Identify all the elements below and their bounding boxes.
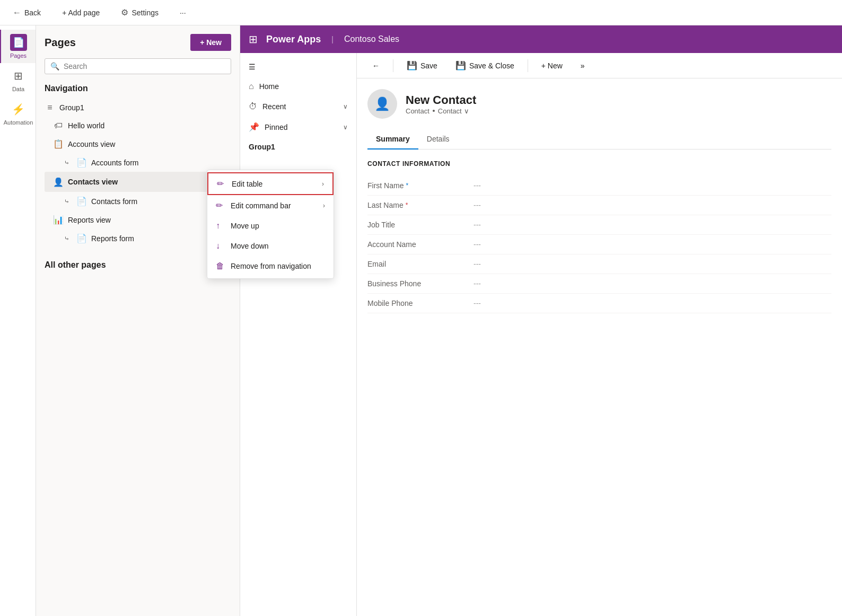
business-phone-value[interactable]: --- bbox=[473, 279, 481, 288]
pa-nav-home[interactable]: ⌂ Home bbox=[240, 76, 356, 96]
icon-sidebar: 📄 Pages ⊞ Data ⚡ Automation bbox=[0, 25, 36, 616]
field-last-name: Last Name * --- bbox=[367, 196, 831, 215]
pinned-chevron-icon: ∨ bbox=[343, 124, 348, 131]
edit-command-bar-arrow-icon: › bbox=[323, 202, 325, 209]
email-value[interactable]: --- bbox=[473, 260, 481, 268]
account-name-value[interactable]: --- bbox=[473, 240, 481, 249]
save-close-button[interactable]: 💾 Save & Close bbox=[449, 57, 521, 74]
nav-item-hello-world[interactable]: 🏷 Hello world bbox=[45, 117, 231, 135]
pa-divider: | bbox=[331, 35, 334, 43]
context-menu: ✏ Edit table › ✏ Edit command bar › ↑ Mo… bbox=[207, 170, 334, 279]
pa-app-name: Contoso Sales bbox=[344, 34, 399, 44]
sidebar-item-pages[interactable]: 📄 Pages bbox=[0, 30, 36, 63]
add-page-button[interactable]: + Add page bbox=[58, 5, 104, 20]
save-label: Save bbox=[420, 61, 437, 70]
contact-type-dropdown[interactable]: Contact ∨ bbox=[438, 107, 469, 115]
nav-item-accounts-form[interactable]: ⤷ 📄 Accounts form bbox=[45, 153, 231, 172]
nav-item-reports-view[interactable]: 📊 Reports view bbox=[45, 210, 231, 229]
field-business-phone: Business Phone --- bbox=[367, 274, 831, 294]
last-name-required: * bbox=[406, 201, 408, 209]
pinned-icon: 📌 bbox=[249, 122, 259, 132]
context-menu-edit-table[interactable]: ✏ Edit table › bbox=[207, 172, 334, 195]
main-layout: 📄 Pages ⊞ Data ⚡ Automation Pages + New … bbox=[0, 25, 842, 616]
search-input[interactable] bbox=[64, 62, 225, 71]
nav-item-group1[interactable]: ≡ Group1 bbox=[45, 99, 231, 117]
more-options-label: ··· bbox=[180, 8, 186, 17]
tabs: Summary Details bbox=[367, 129, 831, 149]
move-down-icon: ↓ bbox=[216, 241, 225, 251]
hello-world-icon: 🏷 bbox=[53, 121, 64, 130]
move-down-label: Move down bbox=[231, 242, 269, 250]
first-name-value[interactable]: --- bbox=[473, 181, 481, 190]
context-menu-edit-command-bar[interactable]: ✏ Edit command bar › bbox=[207, 195, 334, 216]
mobile-phone-value[interactable]: --- bbox=[473, 299, 481, 307]
more-form-button[interactable]: » bbox=[574, 58, 592, 74]
dropdown-chevron-icon: ∨ bbox=[464, 107, 469, 115]
back-button[interactable]: ← Back bbox=[8, 5, 45, 21]
job-title-value[interactable]: --- bbox=[473, 221, 481, 229]
more-options-button[interactable]: ··· bbox=[176, 5, 190, 20]
first-name-required: * bbox=[406, 182, 408, 189]
sidebar-item-pages-label: Pages bbox=[10, 52, 27, 59]
back-icon: ← bbox=[13, 8, 21, 17]
pages-title: Pages bbox=[45, 37, 76, 49]
add-page-label: + Add page bbox=[62, 8, 100, 17]
pa-nav-pinned[interactable]: 📌 Pinned ∨ bbox=[240, 117, 356, 137]
search-icon: 🔍 bbox=[50, 62, 59, 71]
move-up-icon: ↑ bbox=[216, 221, 225, 231]
sidebar-item-automation[interactable]: ⚡ Automation bbox=[0, 96, 36, 130]
recent-chevron-icon: ∨ bbox=[343, 103, 348, 110]
form-panel: ← 💾 Save 💾 Save & Close + New bbox=[357, 53, 842, 616]
recent-icon: ⏱ bbox=[249, 102, 257, 111]
accounts-form-label: Accounts form bbox=[91, 159, 138, 167]
first-name-label: First Name * bbox=[367, 181, 473, 190]
tab-summary[interactable]: Summary bbox=[367, 129, 418, 149]
pa-group1-label: Group1 bbox=[240, 137, 356, 156]
settings-button[interactable]: ⚙ Settings bbox=[117, 4, 163, 21]
nav-item-reports-form[interactable]: ⤷ 📄 Reports form bbox=[45, 229, 231, 248]
context-menu-remove-from-nav[interactable]: 🗑 Remove from navigation bbox=[207, 256, 334, 276]
contact-info: New Contact Contact Contact ∨ bbox=[406, 93, 476, 115]
form-back-button[interactable]: ← bbox=[365, 58, 387, 74]
section-title: CONTACT INFORMATION bbox=[367, 160, 831, 168]
pa-hamburger[interactable]: ☰ bbox=[240, 57, 356, 76]
save-icon: 💾 bbox=[407, 60, 417, 71]
sidebar-item-data[interactable]: ⊞ Data bbox=[0, 63, 36, 96]
contact-avatar: 👤 bbox=[367, 89, 397, 119]
nav-item-contacts-form[interactable]: ⤷ 📄 Contacts form bbox=[45, 192, 231, 210]
edit-table-icon: ✏ bbox=[217, 179, 226, 189]
accounts-view-icon: 📋 bbox=[53, 139, 64, 149]
pa-grid-icon: ⊞ bbox=[249, 33, 258, 46]
reports-form-doc-icon: 📄 bbox=[76, 233, 87, 243]
nav-item-accounts-view[interactable]: 📋 Accounts view bbox=[45, 135, 231, 153]
save-button[interactable]: 💾 Save bbox=[400, 57, 444, 74]
pa-nav-recent[interactable]: ⏱ Recent ∨ bbox=[240, 96, 356, 117]
remove-from-nav-label: Remove from navigation bbox=[231, 262, 311, 270]
settings-label: Settings bbox=[131, 8, 159, 17]
reports-view-icon: 📊 bbox=[53, 215, 64, 225]
tab-details[interactable]: Details bbox=[418, 129, 458, 149]
pa-preview-wrapper: ☰ ⌂ Home ⏱ Recent ∨ 📌 Pinned ∨ Group1 bbox=[240, 53, 842, 616]
edit-command-bar-label: Edit command bar bbox=[231, 201, 291, 210]
context-menu-move-up[interactable]: ↑ Move up bbox=[207, 216, 334, 236]
contacts-form-doc-icon: 📄 bbox=[76, 196, 87, 206]
field-job-title: Job Title --- bbox=[367, 215, 831, 235]
contacts-form-icon: ⤷ bbox=[62, 198, 72, 205]
pa-left-nav: ☰ ⌂ Home ⏱ Recent ∨ 📌 Pinned ∨ Group1 bbox=[240, 53, 357, 616]
contacts-form-label: Contacts form bbox=[91, 197, 137, 206]
new-page-button[interactable]: + New bbox=[190, 34, 231, 51]
back-label: Back bbox=[24, 8, 41, 17]
data-icon: ⊞ bbox=[10, 67, 27, 84]
field-first-name: First Name * --- bbox=[367, 176, 831, 196]
pa-nav-home-label: Home bbox=[259, 82, 279, 91]
form-back-icon: ← bbox=[372, 61, 380, 70]
last-name-value[interactable]: --- bbox=[473, 201, 481, 209]
nav-item-contacts-view[interactable]: 👤 Contacts view ··· bbox=[45, 172, 231, 192]
pa-nav-recent-label: Recent bbox=[262, 102, 286, 111]
contacts-view-icon: 👤 bbox=[53, 177, 64, 187]
new-form-button[interactable]: + New bbox=[534, 58, 569, 74]
all-other-pages-title: All other pages bbox=[45, 260, 231, 270]
context-menu-move-down[interactable]: ↓ Move down bbox=[207, 236, 334, 256]
form-toolbar: ← 💾 Save 💾 Save & Close + New bbox=[357, 53, 842, 78]
avatar-icon: 👤 bbox=[374, 96, 390, 111]
